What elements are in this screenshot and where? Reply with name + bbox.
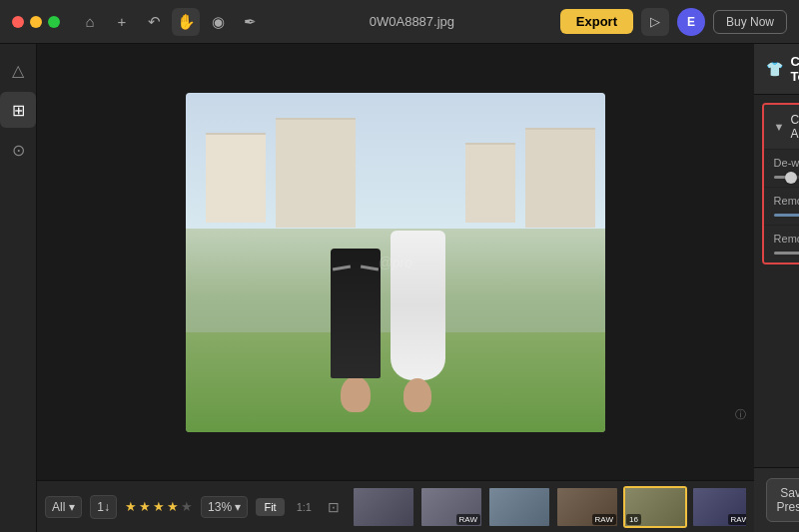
sidebar-icon-triangle[interactable]: △ [0, 52, 36, 88]
fullscreen-button[interactable] [48, 16, 60, 28]
thumbnail-3[interactable] [487, 486, 551, 528]
buy-now-button[interactable]: Buy Now [713, 10, 787, 34]
sidebar-icon-grid[interactable]: ⊞ [0, 92, 36, 128]
clothing-adjustment-box: ▼ Clothing Adjustment Beta ↺ ✎ De-wrinkl… [762, 103, 799, 265]
panel-title: Clothes and Accessories Touch-up [791, 54, 799, 84]
thumb-num-5: 16 [626, 514, 641, 525]
main-layout: △ ⊞ ⊙ [0, 44, 799, 532]
thumbnail-1[interactable] [352, 486, 415, 528]
grid-view-button[interactable]: ⊡ [324, 496, 344, 518]
slider-track-3[interactable] [774, 252, 799, 255]
bottom-actions: Save Preset Sync ⚙ ? [754, 467, 799, 532]
thumbnail-4[interactable]: RAW [555, 486, 619, 528]
star-rating[interactable]: ★ ★ ★ ★ ★ [125, 499, 193, 514]
home-button[interactable]: ⌂ [76, 8, 104, 36]
slider-thumb-1[interactable] [785, 172, 797, 184]
ratio-button[interactable]: 1:1 [293, 498, 316, 516]
circle-tool-button[interactable]: ◉ [204, 8, 232, 36]
sidebar-icon-clock[interactable]: ⊙ [0, 132, 36, 168]
pen-tool-button[interactable]: ✒ [236, 8, 264, 36]
hand-tool-button[interactable]: ✋ [172, 8, 200, 36]
canvas-info: ⓘ [735, 407, 746, 422]
collapse-icon[interactable]: ▼ [774, 121, 785, 133]
slider-track-1[interactable] [774, 176, 799, 179]
right-section: 👕 Clothes and Accessories Touch-up ▼ Clo… [754, 44, 799, 532]
slider-label-row-2: Remove Fine Wrinkles 74 [774, 194, 799, 208]
thumbnail-5[interactable]: 16 [623, 486, 687, 528]
minimize-button[interactable] [30, 16, 42, 28]
slider-coarse-wrinkles: Remove Coarse Wrinkles 100 [764, 226, 799, 263]
top-bar: ⌂ + ↶ ✋ ◉ ✒ 0W0A8887.jpg Export ▷ E Buy … [0, 0, 799, 44]
slider-label-3: Remove Coarse Wrinkles [774, 233, 799, 245]
thumbnails-strip: RAW RAW 16 RAW [352, 486, 746, 528]
top-bar-right: Export ▷ E Buy Now [560, 8, 787, 36]
panel-header: 👕 Clothes and Accessories Touch-up [754, 44, 799, 95]
section-title: Clothing Adjustment [790, 113, 799, 141]
slider-label-2: Remove Fine Wrinkles [774, 195, 799, 207]
share-button[interactable]: ▷ [641, 8, 669, 36]
canvas-container: @pro ⓘ [37, 44, 754, 480]
zoom-select[interactable]: 13% ▾ [201, 496, 248, 518]
slider-fine-wrinkles: Remove Fine Wrinkles 74 ◀ [764, 188, 799, 226]
raw-badge-2: RAW [456, 514, 480, 525]
slider-label-row-3: Remove Coarse Wrinkles 100 [774, 232, 799, 246]
sort-button[interactable]: 1↓ [90, 495, 117, 519]
user-avatar[interactable]: E [677, 8, 705, 36]
raw-badge-4: RAW [592, 514, 616, 525]
slider-label-row-1: De-wrinkle Clothing i 10 [774, 156, 799, 170]
export-button[interactable]: Export [560, 9, 633, 34]
canvas-area: @pro ⓘ All ▾ 1↓ ★ ★ ★ ★ ★ 13% ▾ Fit [37, 44, 754, 532]
filename: 0W0A8887.jpg [272, 14, 552, 29]
shirt-icon: 👕 [766, 61, 783, 77]
filmstrip-bar: All ▾ 1↓ ★ ★ ★ ★ ★ 13% ▾ Fit 1:1 ⊡ [37, 480, 754, 532]
undo-button[interactable]: ↶ [140, 8, 168, 36]
raw-badge-6: RAW [728, 514, 746, 525]
slider-de-wrinkle: De-wrinkle Clothing i 10 [764, 150, 799, 188]
clothing-adjustment-header: ▼ Clothing Adjustment Beta ↺ ✎ [764, 105, 799, 150]
thumbnail-6[interactable]: RAW [691, 486, 746, 528]
add-button[interactable]: + [108, 8, 136, 36]
traffic-lights [12, 16, 60, 28]
fit-button[interactable]: Fit [256, 498, 284, 516]
toolbar-tools: ⌂ + ↶ ✋ ◉ ✒ [76, 8, 264, 36]
panel-empty-space [754, 272, 799, 467]
photo-content: @pro [186, 93, 605, 432]
clothes-panel: 👕 Clothes and Accessories Touch-up ▼ Clo… [754, 44, 799, 532]
thumbnail-2[interactable]: RAW [419, 486, 483, 528]
save-preset-button[interactable]: Save Preset [766, 478, 799, 522]
filter-select[interactable]: All ▾ [45, 496, 82, 518]
photo-frame: @pro [186, 93, 605, 432]
slider-label-1: De-wrinkle Clothing i [774, 157, 799, 170]
left-sidebar: △ ⊞ ⊙ [0, 44, 37, 532]
slider-track-2[interactable]: ◀ [774, 214, 799, 217]
close-button[interactable] [12, 16, 24, 28]
